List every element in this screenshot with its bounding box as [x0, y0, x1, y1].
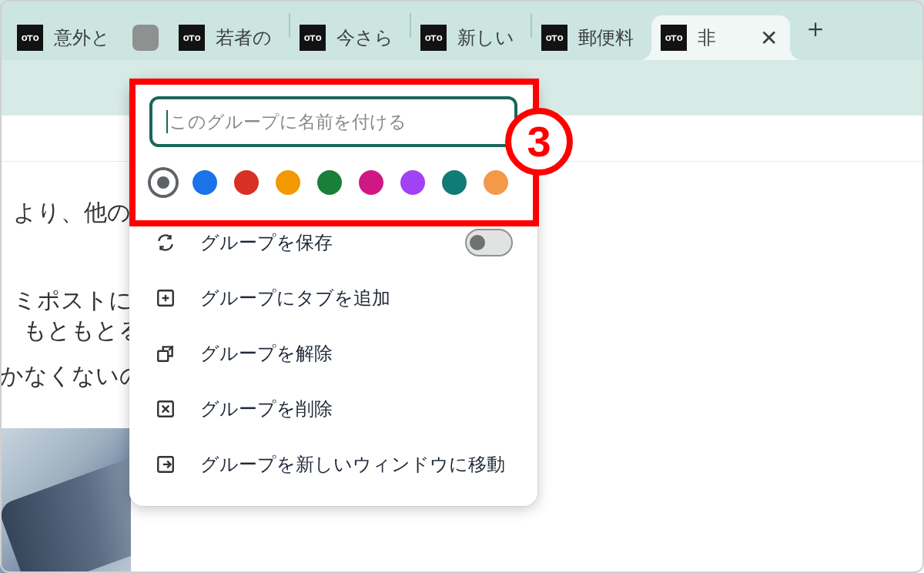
sync-icon — [154, 231, 177, 254]
tab-title: 意外と — [54, 25, 110, 50]
menu-item-delete-group[interactable]: グループを削除 — [129, 381, 537, 437]
tab-title: 郵便料 — [578, 25, 634, 50]
menu-label: グループを削除 — [200, 397, 333, 421]
favicon-icon: oᴛo — [661, 25, 687, 51]
page-text-fragment: より、他の ミポストに — [0, 146, 132, 322]
tab-2[interactable]: oᴛo 今さら — [290, 15, 410, 60]
color-swatch-purple[interactable] — [400, 170, 425, 195]
svg-rect-1 — [158, 351, 168, 361]
tab-title: 新しい — [457, 25, 514, 50]
favicon-icon: oᴛo — [541, 25, 567, 51]
tab-group-context-menu: このグループに名前を付ける グループを保存 グループにタブを追加 — [129, 79, 537, 506]
favicon-icon: oᴛo — [179, 25, 205, 51]
color-swatch-blue[interactable] — [192, 170, 217, 195]
tab-4[interactable]: oᴛo 郵便料 — [532, 15, 651, 60]
add-box-icon — [154, 286, 177, 310]
color-swatch-green[interactable] — [317, 170, 342, 195]
delete-box-icon — [154, 397, 177, 421]
menu-item-save-group[interactable]: グループを保存 — [129, 215, 537, 270]
tab-title: 今さら — [336, 25, 393, 50]
color-swatch-grey[interactable] — [151, 170, 176, 195]
close-tab-icon[interactable]: ✕ — [757, 25, 781, 51]
color-swatch-orange[interactable] — [484, 170, 508, 195]
menu-item-move-to-window[interactable]: グループを新しいウィンドウに移動 — [129, 437, 537, 492]
browser-tab-strip: oᴛo 意外と oᴛo 若者の oᴛo 今さら oᴛo 新しい oᴛo 郵便料 … — [0, 0, 924, 60]
group-color-picker — [149, 170, 517, 195]
tab-title: 非 — [698, 25, 716, 50]
color-swatch-yellow[interactable] — [276, 170, 300, 195]
group-name-placeholder: このグループに名前を付ける — [169, 110, 407, 134]
menu-item-add-tab[interactable]: グループにタブを追加 — [129, 270, 537, 326]
page-image-fragment — [0, 428, 131, 573]
tab-0[interactable]: oᴛo 意外と — [8, 15, 122, 60]
group-name-input[interactable]: このグループに名前を付ける — [149, 96, 517, 147]
tab-5-active[interactable]: oᴛo 非 ✕ — [651, 15, 790, 60]
save-group-toggle[interactable] — [465, 229, 513, 256]
menu-label: グループを保存 — [200, 230, 333, 255]
menu-label: グループにタブを追加 — [200, 286, 390, 310]
favicon-icon: oᴛo — [300, 25, 326, 51]
new-tab-button[interactable]: ＋ — [796, 9, 835, 48]
page-text-fragment: もともとる かなくないの — [0, 308, 143, 398]
ungroup-icon — [154, 342, 177, 365]
menu-label: グループを解除 — [200, 341, 333, 366]
tab-title: 若者の — [216, 25, 272, 50]
group-color-chip-icon — [132, 25, 159, 51]
menu-item-ungroup[interactable]: グループを解除 — [129, 326, 537, 381]
move-window-icon — [154, 453, 177, 476]
favicon-icon: oᴛo — [420, 25, 447, 51]
tab-1[interactable]: oᴛo 若者の — [169, 15, 289, 60]
color-swatch-teal[interactable] — [442, 170, 467, 195]
plus-icon: ＋ — [802, 11, 829, 46]
tab-group-chip[interactable] — [122, 15, 169, 60]
color-swatch-pink[interactable] — [359, 170, 383, 195]
menu-label: グループを新しいウィンドウに移動 — [200, 452, 505, 477]
color-swatch-red[interactable] — [234, 170, 259, 195]
tab-3[interactable]: oᴛo 新しい — [411, 15, 531, 60]
favicon-icon: oᴛo — [17, 25, 43, 51]
